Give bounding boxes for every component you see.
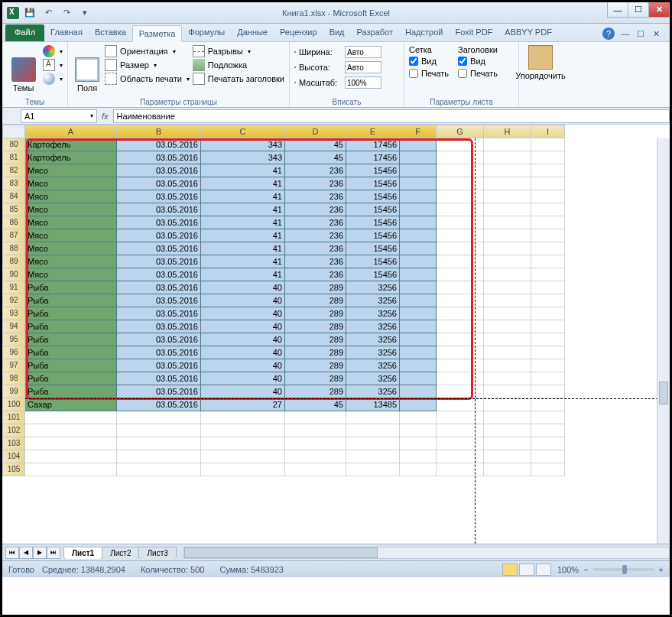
cell[interactable]: 15456 <box>346 242 400 255</box>
cell[interactable] <box>531 463 565 476</box>
minimize-button[interactable]: — <box>607 2 628 18</box>
cell[interactable]: 03.05.2016 <box>117 216 201 229</box>
cell[interactable]: 15456 <box>346 164 400 177</box>
cell[interactable]: 41 <box>201 164 285 177</box>
qat-redo[interactable]: ↷ <box>59 5 74 21</box>
cell[interactable] <box>531 307 565 320</box>
cell[interactable] <box>531 203 565 216</box>
cell[interactable] <box>117 463 201 476</box>
cell[interactable] <box>346 450 400 463</box>
cell[interactable] <box>400 268 437 281</box>
table-row[interactable]: 84Мясо03.05.20164123615456 <box>2 190 670 203</box>
cell[interactable] <box>25 450 117 463</box>
row-header[interactable]: 83 <box>2 177 25 190</box>
table-row[interactable]: 99Рыба03.05.2016402893256 <box>2 385 670 398</box>
cell[interactable]: 3256 <box>346 385 400 398</box>
cell[interactable] <box>201 411 285 424</box>
fx-icon[interactable]: fx <box>102 112 109 121</box>
cell[interactable]: 41 <box>201 242 285 255</box>
cell[interactable]: 03.05.2016 <box>117 203 201 216</box>
table-row[interactable]: 103 <box>2 437 670 450</box>
tab-home[interactable]: Главная <box>44 24 89 41</box>
row-header[interactable]: 88 <box>2 242 25 255</box>
cell[interactable] <box>437 281 484 294</box>
row-header[interactable]: 104 <box>2 450 25 463</box>
cell[interactable] <box>437 255 484 268</box>
scroll-thumb[interactable] <box>659 382 668 404</box>
cell[interactable]: 3256 <box>346 294 400 307</box>
col-header-E[interactable]: E <box>346 125 400 138</box>
cell[interactable]: 40 <box>201 320 285 333</box>
table-row[interactable]: 91Рыба03.05.2016402893256 <box>2 281 670 294</box>
cell[interactable] <box>400 151 437 164</box>
col-header-G[interactable]: G <box>437 125 484 138</box>
cell[interactable]: Мясо <box>25 216 117 229</box>
cell[interactable] <box>437 307 484 320</box>
cell[interactable]: 3256 <box>346 372 400 385</box>
grid-print-check[interactable] <box>409 69 418 78</box>
cell[interactable]: 236 <box>285 177 346 190</box>
cell[interactable]: 289 <box>285 346 346 359</box>
row-header[interactable]: 102 <box>2 424 25 437</box>
tab-foxit[interactable]: Foxit PDF <box>449 24 498 41</box>
cell[interactable] <box>400 320 437 333</box>
cell[interactable] <box>437 229 484 242</box>
cell[interactable]: 15456 <box>346 177 400 190</box>
cell[interactable]: Мясо <box>25 177 117 190</box>
cell[interactable] <box>531 255 565 268</box>
cell[interactable] <box>484 177 531 190</box>
cell[interactable] <box>400 346 437 359</box>
tab-file[interactable]: Файл <box>5 24 44 41</box>
cell[interactable]: 236 <box>285 164 346 177</box>
table-row[interactable]: 86Мясо03.05.20164123615456 <box>2 216 670 229</box>
cell[interactable]: 40 <box>201 307 285 320</box>
cell[interactable] <box>484 255 531 268</box>
qat-customize[interactable]: ▾ <box>77 5 93 21</box>
cell[interactable]: 3256 <box>346 281 400 294</box>
cell[interactable]: 03.05.2016 <box>117 242 201 255</box>
cell[interactable] <box>400 190 437 203</box>
tab-insert[interactable]: Вставка <box>89 24 132 41</box>
cell[interactable]: 236 <box>285 242 346 255</box>
cell[interactable] <box>117 450 201 463</box>
cell[interactable]: 40 <box>201 294 285 307</box>
tab-data[interactable]: Данные <box>231 24 274 41</box>
cell[interactable]: 03.05.2016 <box>117 398 201 411</box>
cell[interactable] <box>484 216 531 229</box>
cell[interactable] <box>201 437 285 450</box>
tab-developer[interactable]: Разработ <box>351 24 399 41</box>
cell[interactable]: 41 <box>201 268 285 281</box>
cell[interactable] <box>400 385 437 398</box>
cell[interactable] <box>484 463 531 476</box>
cell[interactable] <box>531 346 565 359</box>
cell[interactable]: 41 <box>201 255 285 268</box>
sheet-nav-next[interactable]: ▶ <box>33 547 47 559</box>
cell[interactable]: Рыба <box>25 346 117 359</box>
cell[interactable] <box>437 385 484 398</box>
cell[interactable] <box>437 437 484 450</box>
row-header[interactable]: 86 <box>2 216 25 229</box>
view-page-layout[interactable] <box>519 563 534 576</box>
row-header[interactable]: 93 <box>2 307 25 320</box>
cell[interactable] <box>484 424 531 437</box>
col-header-D[interactable]: D <box>285 125 346 138</box>
cell[interactable] <box>285 450 346 463</box>
cell[interactable] <box>531 151 565 164</box>
row-header[interactable]: 99 <box>2 385 25 398</box>
row-header[interactable]: 84 <box>2 190 25 203</box>
arrange-button[interactable]: Упорядочить <box>524 44 557 82</box>
name-box[interactable]: A1▾ <box>21 109 97 123</box>
cell[interactable]: Рыба <box>25 372 117 385</box>
cell[interactable] <box>484 242 531 255</box>
cell[interactable]: 17456 <box>346 151 400 164</box>
doc-minimize[interactable]: — <box>618 26 633 41</box>
cell[interactable] <box>531 294 565 307</box>
zoom-out[interactable]: − <box>583 565 588 574</box>
heads-print-check[interactable] <box>458 69 467 78</box>
cell[interactable] <box>25 424 117 437</box>
cell[interactable] <box>437 463 484 476</box>
orientation-button[interactable]: Ориентация▾ <box>105 45 190 57</box>
theme-colors[interactable]: ▾ <box>43 45 63 57</box>
cell[interactable] <box>531 190 565 203</box>
cell[interactable]: Мясо <box>25 203 117 216</box>
